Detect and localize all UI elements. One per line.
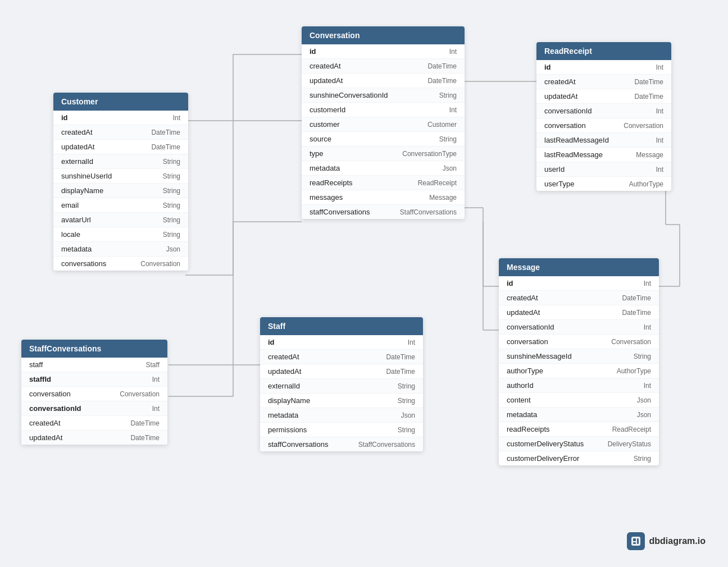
- table-row: staffConversations StaffConversations: [260, 437, 423, 451]
- staff-table-body: id Int createdAt DateTime updatedAt Date…: [260, 335, 423, 451]
- message-table-body: id Int createdAt DateTime updatedAt Date…: [499, 276, 659, 465]
- table-row: externalId String: [53, 154, 188, 169]
- table-row: conversation Conversation: [536, 118, 671, 133]
- table-row: externalId String: [260, 379, 423, 394]
- table-row: email String: [53, 198, 188, 213]
- readreceipt-table: ReadReceipt id Int createdAt DateTime up…: [536, 42, 671, 191]
- table-row: id Int: [302, 44, 465, 59]
- table-row: readReceipts ReadReceipt: [302, 176, 465, 190]
- staffconversations-table: StaffConversations staff Staff staffId I…: [21, 340, 167, 445]
- diagram-canvas: Customer id Int createdAt DateTime updat…: [0, 0, 728, 567]
- table-row: avatarUrl String: [53, 213, 188, 227]
- table-row: staffId Int: [21, 372, 167, 387]
- table-row: id Int: [260, 335, 423, 350]
- table-row: metadata Json: [499, 408, 659, 422]
- readreceipt-table-header: ReadReceipt: [536, 42, 671, 60]
- table-row: updatedAt DateTime: [53, 140, 188, 154]
- table-row: customerId Int: [302, 103, 465, 117]
- table-row: createdAt DateTime: [53, 125, 188, 140]
- table-row: authorId Int: [499, 378, 659, 393]
- table-row: createdAt DateTime: [499, 291, 659, 305]
- svg-rect-16: [637, 538, 639, 544]
- table-row: metadata Json: [302, 161, 465, 176]
- table-row: metadata Json: [53, 242, 188, 257]
- table-row: staffConversations StaffConversations: [302, 205, 465, 219]
- table-row: customerDeliveryStatus DeliveryStatus: [499, 437, 659, 451]
- table-row: conversationId Int: [21, 401, 167, 416]
- table-row: sunshineConversationId String: [302, 88, 465, 103]
- staff-table-header: Staff: [260, 317, 423, 335]
- table-row: sunshineMessageId String: [499, 349, 659, 364]
- table-row: createdAt DateTime: [21, 416, 167, 431]
- conversation-table-body: id Int createdAt DateTime updatedAt Date…: [302, 44, 465, 219]
- table-row: displayName String: [53, 184, 188, 198]
- table-row: source String: [302, 132, 465, 147]
- table-row: userType AuthorType: [536, 177, 671, 191]
- table-row: conversations Conversation: [53, 257, 188, 271]
- table-row: updatedAt DateTime: [21, 431, 167, 445]
- table-row: type ConversationType: [302, 147, 465, 161]
- table-row: updatedAt DateTime: [536, 89, 671, 104]
- staffconversations-table-header: StaffConversations: [21, 340, 167, 358]
- logo-area: dbdiagram.io: [627, 532, 706, 550]
- table-row: staff Staff: [21, 358, 167, 372]
- table-row: id Int: [53, 111, 188, 125]
- table-row: conversationId Int: [536, 104, 671, 118]
- logo-text: dbdiagram.io: [649, 536, 706, 546]
- message-table-header: Message: [499, 258, 659, 276]
- table-row: updatedAt DateTime: [302, 74, 465, 88]
- table-row: displayName String: [260, 394, 423, 408]
- table-row: userId Int: [536, 162, 671, 177]
- svg-rect-14: [633, 538, 636, 541]
- table-row: createdAt DateTime: [536, 75, 671, 89]
- table-row: createdAt DateTime: [302, 59, 465, 74]
- table-row: lastReadMessage Message: [536, 148, 671, 162]
- message-table: Message id Int createdAt DateTime update…: [499, 258, 659, 465]
- table-row: conversation Conversation: [499, 335, 659, 349]
- logo-svg: [630, 536, 641, 547]
- table-row: readReceipts ReadReceipt: [499, 422, 659, 437]
- conversation-table-header: Conversation: [302, 26, 465, 44]
- logo-icon: [627, 532, 645, 550]
- staff-table: Staff id Int createdAt DateTime updatedA…: [260, 317, 423, 451]
- staffconversations-table-body: staff Staff staffId Int conversation Con…: [21, 358, 167, 445]
- customer-table: Customer id Int createdAt DateTime updat…: [53, 93, 188, 271]
- table-row: sunshineUserId String: [53, 169, 188, 184]
- readreceipt-table-body: id Int createdAt DateTime updatedAt Date…: [536, 60, 671, 191]
- table-row: id Int: [536, 60, 671, 75]
- table-row: conversationId Int: [499, 320, 659, 335]
- customer-table-body: id Int createdAt DateTime updatedAt Date…: [53, 111, 188, 271]
- table-row: authorType AuthorType: [499, 364, 659, 378]
- table-row: createdAt DateTime: [260, 350, 423, 364]
- table-row: metadata Json: [260, 408, 423, 423]
- table-row: lastReadMessageId Int: [536, 133, 671, 148]
- table-row: updatedAt DateTime: [260, 364, 423, 379]
- svg-rect-15: [633, 542, 636, 544]
- table-row: id Int: [499, 276, 659, 291]
- table-row: locale String: [53, 227, 188, 242]
- svg-rect-13: [631, 537, 640, 546]
- table-row: updatedAt DateTime: [499, 305, 659, 320]
- table-row: customer Customer: [302, 117, 465, 132]
- conversation-table: Conversation id Int createdAt DateTime u…: [302, 26, 465, 219]
- table-row: content Json: [499, 393, 659, 408]
- table-row: conversation Conversation: [21, 387, 167, 401]
- table-row: customerDeliveryError String: [499, 451, 659, 465]
- table-row: permissions String: [260, 423, 423, 437]
- customer-table-header: Customer: [53, 93, 188, 111]
- table-row: messages Message: [302, 190, 465, 205]
